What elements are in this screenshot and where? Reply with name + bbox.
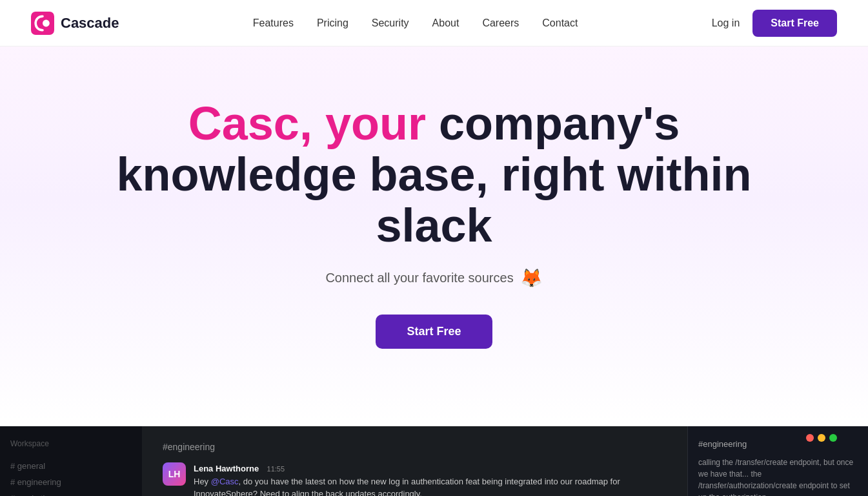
cascade-logo-icon <box>31 12 54 35</box>
nav-security[interactable]: Security <box>372 17 409 28</box>
navbar-start-free-button[interactable]: Start Free <box>752 10 837 37</box>
hero-subtitle: Connect all your favorite sources 🦊 <box>31 267 837 289</box>
traffic-light-red <box>806 434 814 442</box>
slack-right-panel: #engineering calling the /transfer/creat… <box>687 426 868 496</box>
avatar-lena: LH <box>163 462 186 486</box>
nav-actions: Log in Start Free <box>712 10 837 37</box>
nav-careers[interactable]: Careers <box>482 17 519 28</box>
slack-main: #engineering LH Lena Hawthorne 11:55 Hey… <box>142 426 687 496</box>
traffic-light-yellow <box>818 434 825 442</box>
hero-title-highlight: Casc, your <box>188 98 426 149</box>
chat-message-1: LH Lena Hawthorne 11:55 Hey @Casc, do yo… <box>163 462 667 496</box>
login-link[interactable]: Log in <box>712 17 740 29</box>
fox-emoji: 🦊 <box>520 267 543 289</box>
hero-start-free-button[interactable]: Start Free <box>376 315 492 349</box>
hero-section: Casc, your company's knowledge base, rig… <box>0 46 868 426</box>
mention-casc: @Casc <box>211 477 239 486</box>
slack-sidebar: Workspace # general # engineering # mark… <box>0 426 142 496</box>
nav-features[interactable]: Features <box>253 17 294 28</box>
brand-name: Cascade <box>61 15 119 32</box>
hero-subtitle-text: Connect all your favorite sources <box>325 271 513 285</box>
screenshot-inner: Workspace # general # engineering # mark… <box>0 426 868 496</box>
sender-lena: Lena Hawthorne <box>194 464 259 473</box>
nav-about[interactable]: About <box>432 17 459 28</box>
nav-pricing[interactable]: Pricing <box>317 17 348 28</box>
nav-contact[interactable]: Contact <box>542 17 578 28</box>
traffic-lights <box>806 434 837 442</box>
navbar: Cascade Features Pricing Security About … <box>0 0 868 46</box>
svg-point-1 <box>43 19 50 26</box>
msg-time-1: 11:55 <box>267 465 285 473</box>
right-panel-message: calling the /transfer/create endpoint, b… <box>698 457 858 496</box>
chat-background: Workspace # general # engineering # mark… <box>0 426 868 496</box>
hero-title: Casc, your company's knowledge base, rig… <box>79 98 789 252</box>
nav-links: Features Pricing Security About Careers … <box>253 17 578 29</box>
logo[interactable]: Cascade <box>31 12 119 35</box>
msg-text-1: Hey @Casc, do you have the latest on how… <box>194 475 667 496</box>
channel-engineering: #engineering <box>163 442 667 452</box>
msg-content-1: Lena Hawthorne 11:55 Hey @Casc, do you h… <box>194 462 667 496</box>
screenshot-area: Workspace # general # engineering # mark… <box>0 426 868 496</box>
traffic-light-green <box>829 434 837 442</box>
